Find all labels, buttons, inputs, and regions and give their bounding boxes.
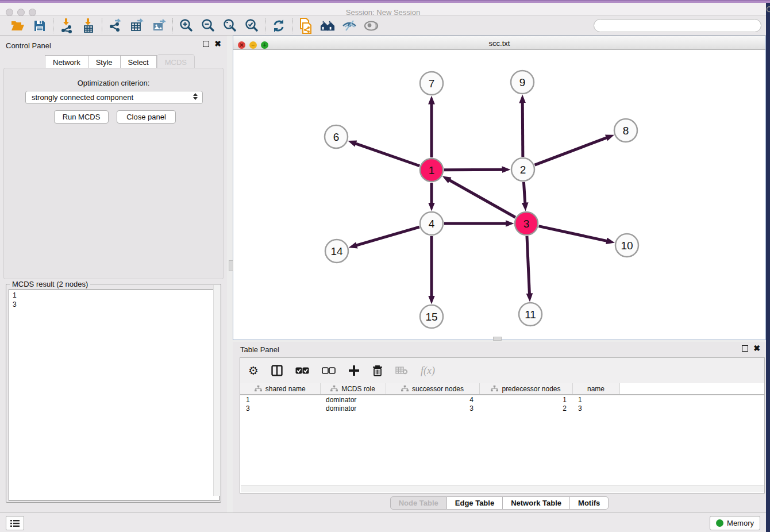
open-session-icon[interactable] [10, 18, 25, 33]
table-cell[interactable]: dominator [320, 395, 386, 404]
table-panel-title: Table Panel [240, 345, 279, 354]
split-columns-icon[interactable] [271, 365, 283, 376]
refresh-icon[interactable] [271, 18, 286, 33]
mcds-result-item[interactable]: 1 [13, 291, 215, 300]
table-row[interactable]: 3dominator323 [240, 404, 764, 413]
node-label-6: 6 [333, 131, 340, 143]
select-all-icon[interactable] [295, 367, 309, 375]
edge-3-10[interactable] [538, 226, 610, 242]
import-table-icon[interactable] [81, 18, 96, 33]
duplicate-network-icon[interactable] [298, 18, 313, 33]
table-cell[interactable]: 4 [386, 395, 479, 404]
control-panel-title: Control Panel [6, 41, 51, 50]
table-cell[interactable]: dominator [320, 404, 386, 413]
column-header-MCDS-role[interactable]: MCDS role [320, 383, 386, 395]
table-panel-tabs: Node TableEdge TableNetwork TableMotifs [233, 496, 766, 510]
deselect-all-icon[interactable] [322, 367, 336, 375]
network-window-title: scc.txt [233, 39, 765, 48]
network-window-titlebar[interactable]: ✕−+ scc.txt [233, 36, 765, 50]
add-icon[interactable] [348, 365, 360, 376]
save-session-icon[interactable] [32, 18, 47, 33]
column-header-successor-nodes[interactable]: successor nodes [386, 383, 479, 395]
close-panel-icon[interactable]: ✖ [214, 41, 221, 47]
edge-4-14[interactable] [353, 227, 419, 246]
table-cell[interactable]: 1 [572, 395, 619, 404]
gear-icon[interactable]: ⚙ [248, 364, 259, 377]
edge-3-1[interactable] [446, 178, 515, 217]
list-icon [10, 519, 20, 527]
table-cell[interactable]: 3 [572, 404, 619, 413]
fit-content-icon[interactable] [222, 18, 237, 33]
table-cell[interactable]: 2 [479, 404, 572, 413]
optimization-criterion-select[interactable]: strongly connected component [25, 91, 203, 104]
zoom-out-icon[interactable] [201, 18, 215, 33]
node-label-9: 9 [519, 76, 526, 88]
search-input[interactable] [594, 19, 761, 32]
zoom-selected-icon[interactable] [244, 18, 259, 33]
mcds-result-list[interactable]: 13 [9, 289, 220, 501]
mcds-result-groupbox: MCDS result (2 nodes) 13 [6, 284, 221, 503]
edge-3-11[interactable] [527, 236, 530, 298]
table-row[interactable]: 1dominator411 [240, 395, 764, 404]
edge-1-2[interactable] [444, 169, 506, 170]
node-table[interactable]: shared nameMCDS rolesuccessor nodesprede… [240, 383, 764, 413]
tab-node-table[interactable]: Node Table [390, 496, 447, 510]
float-panel-icon[interactable] [203, 41, 209, 47]
node-label-2: 2 [520, 164, 526, 176]
node-label-14: 14 [330, 245, 343, 257]
network-view-window[interactable]: ✕−+ scc.txt 7968124314101511 [233, 36, 766, 340]
mcds-result-title: MCDS result (2 nodes) [10, 280, 90, 288]
edge-1-6[interactable] [352, 142, 419, 166]
node-label-1: 1 [429, 164, 435, 176]
delete-table-icon[interactable] [395, 366, 408, 375]
window-title: Session: New Session [0, 8, 766, 17]
network-graph-canvas[interactable]: 7968124314101511 [233, 50, 765, 340]
mcds-result-scrollbar[interactable] [213, 285, 220, 496]
memory-button[interactable]: Memory [710, 516, 760, 530]
control-panel: Control Panel ✖ NetworkStyleSelectMCDS O… [0, 36, 227, 512]
column-header-predecessor-nodes[interactable]: predecessor nodes [479, 383, 572, 395]
memory-label: Memory [727, 519, 754, 527]
import-network-icon[interactable] [59, 18, 74, 33]
node-label-4: 4 [429, 218, 435, 230]
first-neighbors-icon[interactable] [320, 18, 335, 33]
main-titlebar[interactable]: Session: New Session [0, 3, 766, 16]
vertical-splitter-handle[interactable] [229, 260, 233, 271]
export-image-icon[interactable] [152, 18, 167, 33]
horizontal-splitter-handle[interactable] [493, 337, 502, 341]
show-eye-icon[interactable] [364, 18, 379, 33]
node-label-7: 7 [429, 78, 435, 90]
table-cell[interactable]: 1 [240, 395, 320, 404]
zoom-in-icon[interactable] [179, 18, 194, 33]
export-table-icon[interactable] [130, 18, 145, 33]
table-cell[interactable]: 3 [386, 404, 479, 413]
task-history-button[interactable] [6, 516, 24, 530]
edge-2-3[interactable] [523, 182, 525, 207]
node-label-11: 11 [525, 309, 536, 321]
close-panel-icon[interactable]: ✖ [753, 345, 760, 352]
float-panel-icon[interactable] [742, 345, 748, 352]
table-cell[interactable]: 3 [240, 404, 320, 413]
column-header-shared-name[interactable]: shared name [240, 383, 320, 395]
table-cell[interactable]: 1 [479, 395, 572, 404]
optimization-criterion-label: Optimization criterion: [0, 79, 227, 87]
edge-2-9[interactable] [522, 99, 523, 157]
tab-motifs[interactable]: Motifs [570, 496, 609, 510]
export-network-icon[interactable] [108, 18, 123, 33]
node-label-3: 3 [523, 218, 530, 230]
tab-network-table[interactable]: Network Table [503, 496, 570, 510]
edge-2-8[interactable] [535, 136, 610, 165]
mcds-result-item[interactable]: 3 [13, 300, 215, 309]
close-panel-button[interactable]: Close panel [117, 110, 176, 124]
select-stepper-icon [193, 93, 198, 100]
table-horizontal-scrollbar[interactable] [241, 485, 764, 492]
column-tree-icon [401, 385, 409, 392]
node-label-10: 10 [621, 240, 633, 252]
column-header-name[interactable]: name [572, 383, 619, 395]
tab-mcds[interactable]: MCDS [157, 54, 195, 70]
tab-edge-table[interactable]: Edge Table [447, 496, 503, 510]
function-icon[interactable]: f(x) [421, 365, 435, 377]
hide-panel-icon[interactable] [342, 18, 357, 33]
delete-icon[interactable] [372, 365, 383, 377]
run-mcds-button[interactable]: Run MCDS [54, 110, 109, 124]
